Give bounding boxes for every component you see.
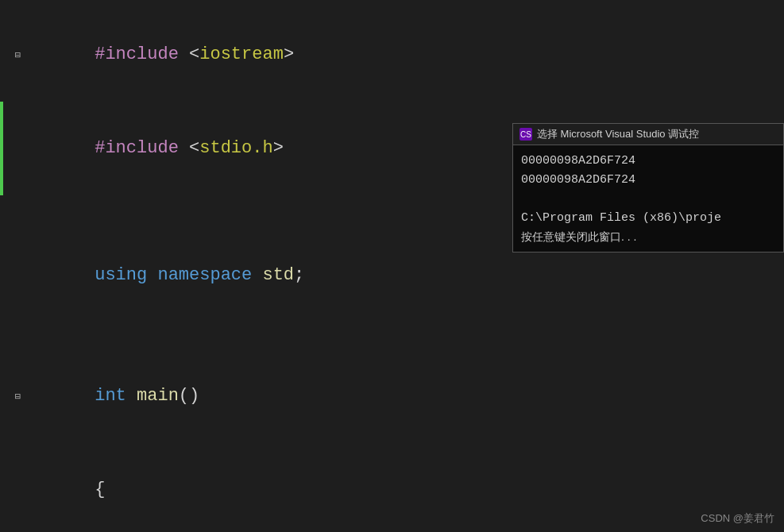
watermark: CSDN @姜君竹 — [701, 511, 774, 526]
preprocessor-include: #include — [95, 44, 179, 64]
console-title-text: 选择 Microsoft Visual Studio 调试控 — [537, 127, 699, 141]
code-line-empty-3 — [0, 338, 784, 349]
gutter-main: ⊟ — [0, 391, 24, 403]
code-line-open-brace: { — [0, 443, 784, 532]
green-bar-stdio — [0, 102, 3, 195]
gutter-1: ⊟ — [0, 49, 24, 61]
func-main: main — [137, 386, 179, 406]
std-identifier: std — [262, 265, 294, 285]
console-line-2: 00000098A2D6F724 — [521, 171, 775, 190]
kw-using: using — [95, 265, 147, 285]
line-content-open-brace: { — [24, 445, 105, 532]
code-editor: ⊟ #include <iostream> #include <stdio.h>… — [0, 0, 784, 532]
line-content-main: int main() — [24, 351, 199, 441]
code-line-include-iostream: ⊟ #include <iostream> — [0, 8, 784, 102]
console-titlebar: CS 选择 Microsoft Visual Studio 调试控 — [513, 124, 783, 145]
collapse-icon-main[interactable]: ⊟ — [15, 391, 21, 403]
type-int-main: int — [95, 386, 126, 406]
kw-namespace: namespace — [157, 265, 252, 285]
console-line-4: 按任意键关闭此窗口. . . — [521, 228, 775, 245]
console-line-3: C:\Program Files (x86)\proje — [521, 209, 775, 228]
preprocessor-include2: #include — [95, 138, 179, 158]
line-content-2: #include <stdio.h> — [24, 103, 284, 194]
line-content-using: using namespace std; — [24, 230, 304, 321]
console-title-icon: CS — [519, 128, 532, 141]
console-popup[interactable]: CS 选择 Microsoft Visual Studio 调试控 000000… — [512, 123, 784, 253]
console-body: 00000098A2D6F724 00000098A2D6F724 C:\Pro… — [513, 145, 783, 252]
code-line-int-main: ⊟ int main() — [0, 349, 784, 443]
line-content-1: #include <iostream> — [24, 10, 294, 100]
collapse-icon-1[interactable]: ⊟ — [15, 49, 21, 61]
line-content-e1 — [24, 197, 42, 227]
code-line-empty-2 — [0, 322, 784, 338]
console-line-1: 00000098A2D6F724 — [521, 152, 775, 171]
